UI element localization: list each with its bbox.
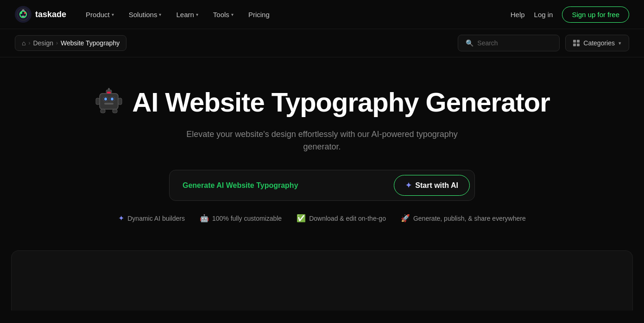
cta-bar: Generate AI Website Typography ✦ Start w… [169,170,475,201]
svg-rect-12 [104,103,114,105]
svg-rect-16 [118,98,122,105]
chevron-down-icon: ▾ [159,12,161,17]
robot-emoji [94,85,124,119]
cta-prompt: Generate AI Website Typography [183,181,386,190]
cta-prompt-text: Generate AI Website Typography [183,181,298,189]
grid-icon [573,40,580,46]
help-link[interactable]: Help [511,11,525,19]
svg-rect-17 [101,109,105,113]
features-row: ✦ Dynamic AI builders 🤖 100% fully custo… [118,214,526,223]
svg-point-11 [111,98,114,100]
chevron-down-icon: ▾ [196,12,198,17]
hero-subtitle: Elevate your website's design effortless… [169,128,475,153]
breadcrumb-current: Website Typography [61,39,120,47]
login-link[interactable]: Log in [534,11,553,19]
breadcrumb-separator: › [28,40,30,46]
nav-learn[interactable]: Learn ▾ [170,7,204,22]
sparkle-feature-icon: ✦ [118,214,124,223]
feature-publish: 🚀 Generate, publish, & share everywhere [401,214,526,223]
feature-dynamic-ai: ✦ Dynamic AI builders [118,214,185,223]
feature-customizable: 🤖 100% fully customizable [200,214,282,223]
nav-product[interactable]: Product ▾ [79,7,120,22]
hero-section: AI Website Typography Generator Elevate … [0,57,644,241]
feature-label: Download & edit on-the-go [309,215,386,222]
svg-rect-19 [107,92,111,93]
search-placeholder: Search [477,39,498,47]
breadcrumb-separator-2: › [56,40,58,46]
svg-rect-4 [22,16,25,17]
rocket-feature-icon: 🚀 [401,214,410,223]
check-feature-icon: ✅ [297,214,306,223]
cta-button-label: Start with AI [415,181,458,190]
breadcrumb-design[interactable]: Design [33,39,53,47]
bottom-card [11,250,633,311]
svg-point-10 [104,98,107,100]
search-icon: 🔍 [466,39,474,47]
svg-rect-15 [96,98,100,105]
logo-text: taskade [35,10,66,19]
breadcrumb-right: 🔍 Search Categories ▾ [458,35,629,51]
hero-title: AI Website Typography Generator [132,87,549,117]
nav-right: Help Log in Sign up for free [511,6,629,23]
categories-label: Categories [583,39,615,47]
start-with-ai-button[interactable]: ✦ Start with AI [394,175,470,196]
feature-label: Dynamic AI builders [127,215,185,222]
logo[interactable]: taskade [15,6,66,23]
home-icon[interactable]: ⌂ [22,39,25,47]
chevron-down-icon: ▾ [231,12,234,17]
svg-point-2 [20,12,22,14]
svg-rect-7 [100,93,118,109]
feature-download: ✅ Download & edit on-the-go [297,214,386,223]
categories-button[interactable]: Categories ▾ [565,35,629,51]
breadcrumb-bar: ⌂ › Design › Website Typography 🔍 Search… [0,29,644,57]
chevron-down-icon: ▾ [112,12,114,17]
svg-rect-6 [23,9,24,10]
logo-icon [15,6,32,23]
main-nav: taskade Product ▾ Solutions ▾ Learn ▾ To… [0,0,644,29]
signup-button[interactable]: Sign up for free [562,6,629,23]
svg-rect-18 [113,109,117,113]
hero-title-row: AI Website Typography Generator [94,85,549,119]
svg-point-3 [24,12,26,14]
search-box[interactable]: 🔍 Search [458,35,560,51]
nav-items: Product ▾ Solutions ▾ Learn ▾ Tools ▾ Pr… [79,7,511,22]
svg-rect-14 [108,88,110,90]
feature-label: 100% fully customizable [212,215,282,222]
feature-label: Generate, publish, & share everywhere [413,215,526,222]
chevron-down-icon: ▾ [619,40,621,46]
nav-pricing[interactable]: Pricing [242,7,276,22]
nav-tools[interactable]: Tools ▾ [207,7,240,22]
robot-feature-icon: 🤖 [200,214,209,223]
breadcrumb: ⌂ › Design › Website Typography [15,35,126,51]
sparkle-icon: ✦ [405,181,411,190]
nav-solutions[interactable]: Solutions ▾ [122,7,168,22]
